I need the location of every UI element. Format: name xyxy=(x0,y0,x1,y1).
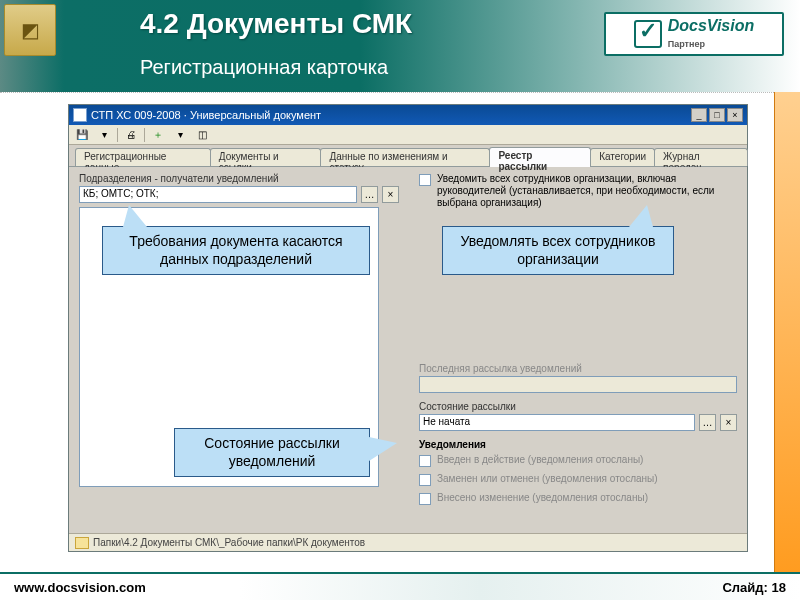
notify-all-checkbox[interactable] xyxy=(419,174,431,186)
slide-subtitle: Регистрационная карточка xyxy=(140,56,388,79)
recipients-label: Подразделения - получатели уведомлений xyxy=(79,173,399,184)
slide-footer: www.docsvision.com Слайд: 18 xyxy=(0,572,800,600)
docsvision-check-icon xyxy=(634,20,662,48)
tab-transfer-log[interactable]: Журнал передач xyxy=(654,148,748,166)
notify-all-label: Уведомить всех сотрудников организации, … xyxy=(437,173,737,209)
dropdown2-icon[interactable]: ▾ xyxy=(171,127,189,143)
tab-documents[interactable]: Документы и ссылки xyxy=(210,148,322,166)
slide-number: Слайд: 18 xyxy=(722,580,786,595)
side-orange-strip xyxy=(774,92,800,572)
doc-icon xyxy=(73,108,87,122)
minimize-button[interactable]: _ xyxy=(691,108,707,122)
dropdown-icon[interactable]: ▾ xyxy=(95,127,113,143)
brand-sub: Партнер xyxy=(668,39,705,49)
folder-path: Папки\4.2 Документы СМК\_Рабочие папки\Р… xyxy=(93,537,365,548)
tab-registration[interactable]: Регистрационные данные xyxy=(75,148,211,166)
recipients-field[interactable]: КБ; ОМТС; ОТК; xyxy=(79,186,357,203)
save-icon[interactable]: 💾 xyxy=(73,127,91,143)
dialog-icon[interactable]: ◫ xyxy=(193,127,211,143)
status-clear-button[interactable]: × xyxy=(720,414,737,431)
status-field[interactable]: Не начата xyxy=(419,414,695,431)
footer-url: www.docsvision.com xyxy=(14,580,146,595)
toolbar: 💾 ▾ 🖨 ＋ ▾ ◫ xyxy=(69,125,747,145)
close-button[interactable]: × xyxy=(727,108,743,122)
notice2-label: Заменен или отменен (уведомления отослан… xyxy=(437,473,658,484)
callout-notify-all: Уведомлять всех сотрудников организации xyxy=(442,226,674,275)
notices-header: Уведомления xyxy=(419,439,737,450)
new-icon[interactable]: ＋ xyxy=(149,127,167,143)
brand-name: DocsVision xyxy=(668,17,755,34)
divider xyxy=(0,92,800,93)
notice2-checkbox[interactable] xyxy=(419,474,431,486)
status-label: Состояние рассылки xyxy=(419,401,737,412)
partner-logo: ◩ xyxy=(4,4,56,56)
tab-changes[interactable]: Данные по изменениям и статусу xyxy=(320,148,490,166)
app-window: СТП ХС 009-2008 · Универсальный документ… xyxy=(68,104,748,552)
tab-distribution[interactable]: Реестр рассылки xyxy=(489,147,591,167)
notice3-label: Внесено изменение (уведомления отосланы) xyxy=(437,492,648,503)
notice1-label: Введен в действие (уведомления отосланы) xyxy=(437,454,643,465)
slide-header: ◩ 4.2 Документы СМК Регистрационная карт… xyxy=(0,0,800,92)
print-icon[interactable]: 🖨 xyxy=(122,127,140,143)
status-bar: Папки\4.2 Документы СМК\_Рабочие папки\Р… xyxy=(69,533,747,551)
maximize-button[interactable]: □ xyxy=(709,108,725,122)
window-title: СТП ХС 009-2008 · Универсальный документ xyxy=(91,109,321,121)
docsvision-badge: DocsVision Партнер xyxy=(604,12,784,56)
notice1-checkbox[interactable] xyxy=(419,455,431,467)
last-send-label: Последняя рассылка уведомлений xyxy=(419,363,737,374)
callout-status: Состояние рассылки уведомлений xyxy=(174,428,370,477)
slide-title: 4.2 Документы СМК xyxy=(140,8,412,40)
notice3-checkbox[interactable] xyxy=(419,493,431,505)
status-browse-button[interactable]: … xyxy=(699,414,716,431)
tab-categories[interactable]: Категории xyxy=(590,148,655,166)
last-send-field xyxy=(419,376,737,393)
callout-recipients: Требования документа касаются данных под… xyxy=(102,226,370,275)
window-titlebar: СТП ХС 009-2008 · Универсальный документ… xyxy=(69,105,747,125)
recipients-clear-button[interactable]: × xyxy=(382,186,399,203)
tab-strip: Регистрационные данные Документы и ссылк… xyxy=(69,145,747,167)
folder-icon xyxy=(75,537,89,549)
recipients-browse-button[interactable]: … xyxy=(361,186,378,203)
